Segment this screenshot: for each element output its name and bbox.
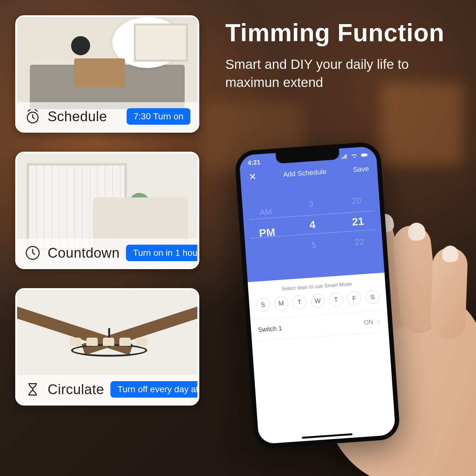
switch-state: ON (364, 318, 374, 326)
phone-body: 4:21 ✕ Add Schedule Save (234, 141, 400, 449)
svg-rect-3 (367, 154, 368, 155)
day-toggle[interactable]: W (310, 293, 325, 308)
card-label: Countdown (48, 245, 120, 261)
signal-icon (340, 153, 348, 160)
home-indicator (302, 433, 353, 439)
headline-subtitle: Smart and DIY your daily life to maximun… (225, 56, 457, 91)
headline-title: Timming Function (225, 18, 457, 47)
picker-value: 22 (354, 237, 364, 247)
day-toggle[interactable]: F (347, 291, 362, 306)
picker-value: 5 (311, 240, 317, 250)
save-button[interactable]: Save (353, 165, 369, 174)
chevron-right-icon (376, 319, 381, 324)
wifi-icon (351, 152, 358, 159)
card-strip: Schedule 7:30 Turn on (17, 102, 197, 131)
screen-bottom: Select days to use Smart Mode S M T W T … (248, 273, 389, 341)
card-label: Schedule (48, 109, 120, 124)
card-circulate: Circulate Turn off every day at 8:00 (15, 288, 199, 406)
card-schedule: Schedule 7:30 Turn on (15, 15, 199, 133)
day-toggle[interactable]: T (328, 292, 343, 307)
card-countdown: Countdown Turn on in 1 hour (15, 152, 199, 269)
battery-icon (361, 151, 368, 158)
clock-alarm-icon (24, 108, 41, 125)
promo-stage: Schedule 7:30 Turn on Countdown Turn on … (0, 0, 476, 476)
card-pill: Turn on in 1 hour (126, 245, 199, 261)
status-time: 4:21 (248, 159, 261, 167)
day-toggle[interactable]: T (292, 295, 307, 310)
card-strip: Countdown Turn on in 1 hour (17, 239, 197, 267)
screen-top: 4:21 ✕ Add Schedule Save (239, 146, 385, 282)
mode-cards: Schedule 7:30 Turn on Countdown Turn on … (15, 15, 199, 406)
day-toggle[interactable]: M (274, 296, 289, 311)
card-label: Circulate (48, 381, 104, 397)
phone-screen: 4:21 ✕ Add Schedule Save (239, 146, 396, 444)
card-pill: Turn off every day at 8:00 (110, 381, 199, 398)
card-strip: Circulate Turn off every day at 8:00 (17, 375, 197, 404)
day-toggle[interactable]: S (255, 297, 270, 312)
headline: Timming Function Smart and DIY your dail… (225, 18, 457, 91)
switch-label: Switch 1 (258, 325, 282, 334)
hourglass-icon (24, 381, 41, 398)
day-toggle[interactable]: S (365, 289, 380, 304)
phone: 4:21 ✕ Add Schedule Save (234, 141, 400, 449)
card-pill: 7:30 Turn on (127, 108, 190, 125)
screen-title: Add Schedule (283, 168, 327, 179)
picker-value: 20 (352, 195, 361, 206)
time-picker[interactable]: AM PM 3 4 5 20 21 22 (241, 175, 384, 274)
clock-icon (24, 244, 41, 261)
picker-value: AM (259, 207, 272, 217)
picker-value: 3 (308, 199, 314, 209)
svg-rect-2 (361, 153, 367, 157)
close-button[interactable]: ✕ (248, 172, 257, 182)
